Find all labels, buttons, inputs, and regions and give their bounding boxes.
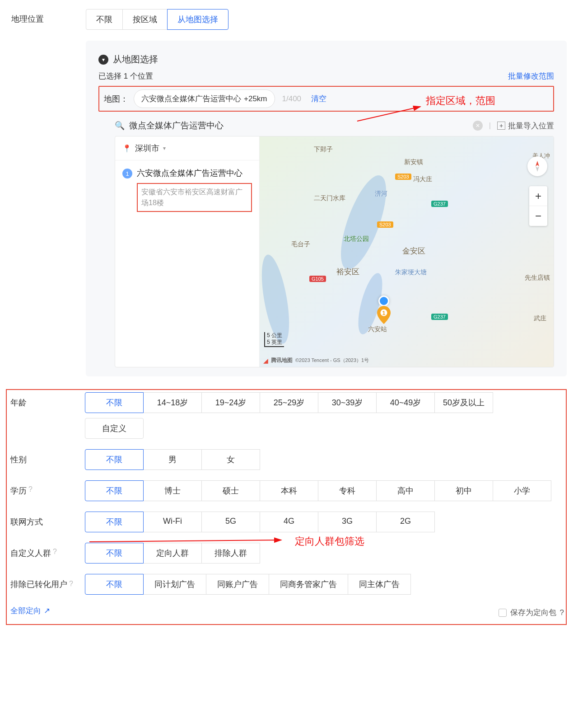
ca-opt-target[interactable]: 定向人群 — [143, 543, 202, 564]
ec-opt-unlimited[interactable]: 不限 — [85, 574, 144, 595]
ca-opt-exclude[interactable]: 排除人群 — [201, 543, 260, 564]
zoom-out-button[interactable]: − — [529, 206, 547, 226]
map-label: 毛台子 — [291, 240, 310, 249]
gender-options: 不限 男 女 — [85, 450, 564, 470]
geo-tab-unlimited[interactable]: 不限 — [86, 9, 123, 30]
result-title: 六安微点全媒体广告运营中心 — [137, 168, 242, 178]
age-opt-custom[interactable]: 自定义 — [85, 418, 144, 439]
edu-opt-phd[interactable]: 博士 — [143, 480, 202, 501]
gender-opt-male[interactable]: 男 — [143, 449, 202, 470]
road-tag: G237 — [431, 201, 448, 207]
road-tag: S203 — [377, 221, 393, 228]
selected-count: 已选择 1 个位置 — [98, 71, 153, 81]
clear-locations[interactable]: 清空 — [311, 94, 326, 104]
geo-tab-group: 不限 按区域 从地图选择 — [86, 9, 567, 30]
edu-opt-primary[interactable]: 小学 — [493, 480, 551, 501]
save-as-pack-label: 保存为定向包 — [510, 607, 556, 618]
map-attribution: ◢ 腾讯地图 ©2023 Tencent - GS（2023）1号 — [263, 357, 369, 364]
map-label: 淠河 — [375, 190, 387, 198]
save-as-pack-checkbox[interactable] — [499, 609, 507, 617]
map-marker[interactable]: 1 — [377, 306, 391, 324]
zoom-in-button[interactable]: + — [529, 186, 547, 206]
chevron-down-icon: ▾ — [163, 145, 166, 151]
compass-icon[interactable] — [527, 156, 547, 176]
edu-opt-high[interactable]: 高中 — [376, 480, 435, 501]
geo-label: 地理位置 — [11, 9, 86, 30]
road-tag: G105 — [309, 276, 326, 282]
road-tag: S203 — [395, 174, 411, 180]
geo-tab-region[interactable]: 按区域 — [122, 9, 168, 30]
gender-label: 性别 — [10, 450, 85, 470]
map-label: 新安镇 — [404, 158, 423, 166]
result-address: 安徽省六安市裕安区高速财富广场18楼 — [137, 183, 252, 212]
external-link-icon: ↗ — [44, 606, 50, 615]
result-item[interactable]: 1 六安微点全媒体广告运营中心 安徽省六安市裕安区高速财富广场18楼 — [115, 160, 259, 219]
edu-opt-middle[interactable]: 初中 — [434, 480, 493, 501]
map-label: 武庄 — [534, 315, 546, 323]
map-label: 北塔公园 — [344, 235, 369, 243]
annotation-text: 定向人群包筛选 — [295, 535, 364, 548]
net-opt-2g[interactable]: 2G — [376, 512, 435, 532]
clear-search-icon[interactable]: ✕ — [473, 121, 483, 131]
ec-opt-same-entity[interactable]: 同主体广告 — [348, 574, 411, 595]
custom-audience-label: 自定义人群 — [10, 548, 51, 559]
result-number-badge: 1 — [122, 169, 132, 178]
age-opt-40-49[interactable]: 40~49岁 — [376, 392, 435, 413]
edu-opt-unlimited[interactable]: 不限 — [85, 480, 144, 501]
ca-opt-unlimited[interactable]: 不限 — [85, 543, 144, 564]
ec-opt-same-plan[interactable]: 同计划广告 — [143, 574, 206, 595]
svg-line-5 — [89, 540, 281, 542]
chevron-down-icon[interactable]: ▾ — [98, 55, 108, 65]
edu-opt-college[interactable]: 专科 — [318, 480, 377, 501]
help-icon[interactable]: ? — [53, 548, 57, 556]
ec-opt-same-account[interactable]: 同账户广告 — [206, 574, 269, 595]
age-opt-14-18[interactable]: 14~18岁 — [143, 392, 202, 413]
ec-opt-same-biz[interactable]: 同商务管家广告 — [269, 574, 348, 595]
bulk-import[interactable]: + 批量导入位置 — [497, 121, 554, 131]
net-opt-unlimited[interactable]: 不限 — [85, 512, 144, 532]
help-icon[interactable]: ? — [560, 608, 564, 617]
location-counter: 1/400 — [282, 94, 302, 103]
map-label: 先生店镇 — [525, 274, 550, 282]
help-icon[interactable]: ? — [69, 579, 73, 590]
age-opt-25-29[interactable]: 25~29岁 — [260, 392, 318, 413]
annotation-text: 指定区域，范围 — [426, 94, 495, 108]
net-opt-wifi[interactable]: Wi-Fi — [143, 512, 202, 532]
age-opt-50-plus[interactable]: 50岁及以上 — [434, 392, 493, 413]
search-input[interactable]: 微点全媒体广告运营中心 — [129, 120, 468, 132]
gender-opt-unlimited[interactable]: 不限 — [85, 449, 144, 470]
edu-opt-master[interactable]: 硕士 — [201, 480, 260, 501]
geo-tab-map[interactable]: 从地图选择 — [167, 9, 228, 30]
city-selector[interactable]: 📍 深圳市 ▾ — [115, 136, 259, 160]
edu-opt-bachelor[interactable]: 本科 — [260, 480, 318, 501]
age-opt-30-39[interactable]: 30~39岁 — [318, 392, 377, 413]
location-pill[interactable]: 六安微点全媒体广告运营中心 +25km — [134, 89, 275, 108]
map-label: 六安站 — [368, 325, 387, 333]
education-options: 不限 博士 硕士 本科 专科 高中 初中 小学 — [85, 481, 564, 501]
net-opt-5g[interactable]: 5G — [201, 512, 260, 532]
net-opt-4g[interactable]: 4G — [260, 512, 318, 532]
age-options: 不限 14~18岁 19~24岁 25~29岁 30~39岁 40~49岁 50… — [85, 393, 564, 413]
map-label: 裕安区 — [336, 267, 359, 277]
age-opt-unlimited[interactable]: 不限 — [85, 392, 144, 413]
help-icon[interactable]: ? — [28, 485, 33, 493]
exclude-converted-label: 排除已转化用户 — [10, 579, 67, 590]
all-targeting-link[interactable]: 全部定向 ↗ — [10, 606, 50, 616]
plus-icon: + — [497, 122, 505, 130]
pin-icon: 📍 — [122, 144, 131, 153]
results-column: 📍 深圳市 ▾ 1 六安微点全媒体广告运营中心 安徽省六安市裕安区高速财富广场1… — [115, 136, 260, 367]
search-icon: 🔍 — [115, 121, 125, 131]
svg-marker-2 — [536, 161, 539, 166]
panel-title: 从地图选择 — [113, 53, 158, 66]
map-label: 冯大庄 — [413, 175, 432, 183]
exclude-converted-options: 不限 同计划广告 同账户广告 同商务管家广告 同主体广告 — [85, 574, 564, 595]
map-label: 金安区 — [402, 246, 425, 256]
batch-edit-range[interactable]: 批量修改范围 — [508, 71, 554, 81]
bulk-import-label: 批量导入位置 — [508, 121, 554, 131]
education-label: 学历 — [10, 485, 27, 496]
gender-opt-female[interactable]: 女 — [201, 449, 260, 470]
map-center-dot — [378, 296, 389, 306]
age-opt-19-24[interactable]: 19~24岁 — [201, 392, 260, 413]
map-canvas[interactable]: 下郢子 新安镇 美人冲 冯大庄 二天门水库 淠河 毛台子 北塔公园 金安区 裕安… — [260, 136, 554, 367]
net-opt-3g[interactable]: 3G — [318, 512, 377, 532]
